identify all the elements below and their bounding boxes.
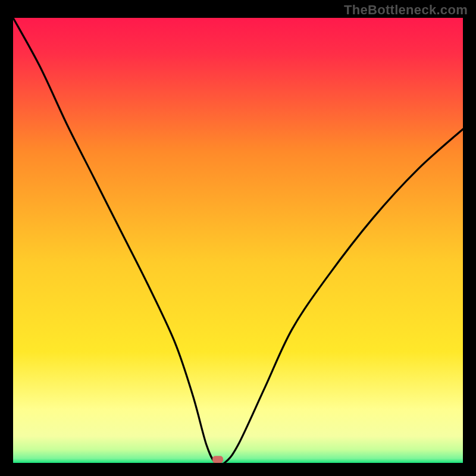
bottleneck-plot bbox=[13, 18, 463, 463]
optimal-marker-icon bbox=[212, 456, 223, 463]
gradient-background bbox=[13, 18, 463, 463]
plot-svg bbox=[13, 18, 463, 463]
chart-frame: TheBottleneck.com bbox=[0, 0, 476, 476]
attribution-text: TheBottleneck.com bbox=[344, 2, 468, 18]
